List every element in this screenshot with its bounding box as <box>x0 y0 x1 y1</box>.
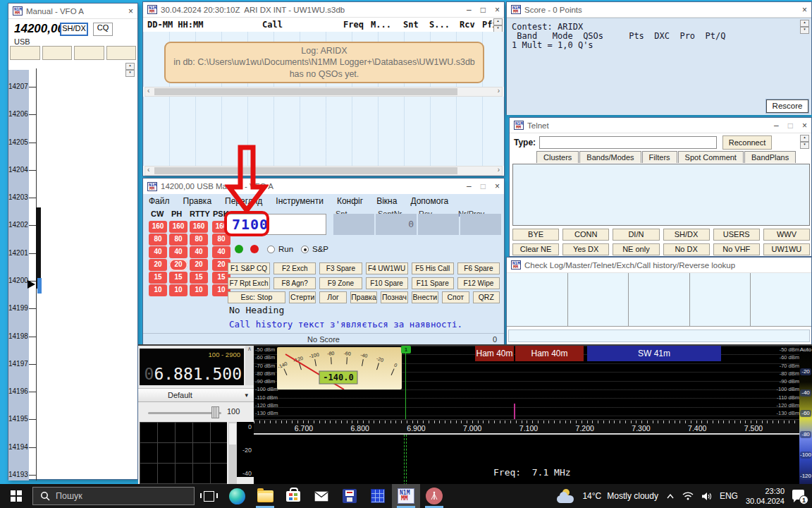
logger-utility-button[interactable] <box>336 484 364 508</box>
band-button[interactable]: 15 <box>190 272 208 284</box>
telnet-tab[interactable]: Bands/Modes <box>579 151 641 163</box>
log-titlebar[interactable]: 30.04.2024 20:30:10Z ARI DX INT - UW1WU.… <box>143 2 504 18</box>
action-button[interactable]: Познач <box>381 291 407 303</box>
telnet-command-button[interactable]: Clear NE <box>512 243 559 255</box>
chevron-down-icon[interactable]: ▾ <box>245 389 248 401</box>
spreadsheet-button[interactable] <box>364 484 392 508</box>
log-column[interactable]: Freq <box>343 20 364 30</box>
action-button[interactable]: Стерти <box>289 291 316 303</box>
score-titlebar[interactable]: Score - 0 Points × <box>507 2 811 18</box>
band-button[interactable]: 15 <box>149 272 167 284</box>
shdx-button[interactable]: SH/DX <box>60 23 88 36</box>
menu-item[interactable]: Інструменти <box>276 196 324 206</box>
rescore-button[interactable]: Rescore <box>766 99 808 113</box>
telnet-command-button[interactable]: USERS <box>713 229 760 241</box>
telnet-tab[interactable]: Clusters <box>536 151 579 163</box>
telnet-command-button[interactable]: Yes DX <box>562 243 609 255</box>
n1mm-logger-button[interactable] <box>392 484 420 508</box>
scroll-left-icon[interactable]: ‹ <box>147 166 149 174</box>
menu-item[interactable]: Конфіг <box>337 196 363 206</box>
action-button[interactable]: Лог <box>319 291 346 303</box>
log-column[interactable]: S... <box>429 20 450 30</box>
function-key-button[interactable]: F4 UW1WU <box>366 262 408 274</box>
entry-titlebar[interactable]: 14200,00 USB Manual - VFO A – □ × <box>143 179 504 194</box>
band-button[interactable]: 10 <box>190 284 208 296</box>
search-box[interactable]: Пошук <box>32 487 195 505</box>
maximize-icon[interactable]: □ <box>481 179 486 193</box>
telnet-tab[interactable]: BandPlans <box>744 151 796 163</box>
store-button[interactable] <box>279 484 307 508</box>
cq-button[interactable]: CQ <box>93 23 113 36</box>
close-icon[interactable]: × <box>495 179 500 193</box>
palette-auto-label[interactable]: Auto <box>799 346 812 353</box>
scroll-right-icon[interactable]: › <box>498 166 500 174</box>
spin-down-icon[interactable]: ▾ <box>800 142 809 149</box>
weather-widget[interactable]: 14°C Mostly cloudy <box>557 489 658 503</box>
waterfall-palette-bar[interactable]: Auto -20-40-60-80-100-120 <box>799 346 812 485</box>
band-button[interactable]: 20 <box>149 259 167 271</box>
preset-dropdown[interactable]: Default ▾ <box>138 388 254 402</box>
function-key-button[interactable]: F8 Agn? <box>273 277 316 289</box>
action-button[interactable]: Esc: Stop <box>228 291 285 303</box>
scope-scrollbar[interactable] <box>228 422 237 484</box>
function-key-button[interactable]: F7 Rpt Exch <box>228 277 270 289</box>
sdr-app-button[interactable] <box>420 484 448 508</box>
bandmap-zoom-spinner[interactable]: ▴ ▾ <box>125 63 135 77</box>
telnet-command-button[interactable]: CONN <box>562 229 609 241</box>
menu-item[interactable]: Правка <box>183 196 212 206</box>
bandmap-zoom-bar[interactable] <box>36 207 41 289</box>
action-button[interactable]: Спот <box>442 291 469 303</box>
frequency-ruler[interactable]: 6.7006.8006.9007.0007.1007.2007.3007.400… <box>254 419 812 433</box>
telnet-command-button[interactable]: No VHF <box>713 243 760 255</box>
function-key-button[interactable]: F6 Spare <box>457 262 500 274</box>
wifi-icon[interactable] <box>682 492 694 500</box>
function-key-button[interactable]: F2 Exch <box>273 262 316 274</box>
spin-up-icon[interactable]: ▴ <box>493 18 503 25</box>
log-column[interactable]: M... <box>371 20 391 30</box>
telnet-command-button[interactable]: WWV <box>763 229 810 241</box>
log-scrollbar-bottom[interactable]: ‹ › <box>144 166 503 176</box>
check-titlebar[interactable]: Check Log/Master/Telnet/Exch/Call histor… <box>507 258 811 273</box>
sp-radio[interactable] <box>301 246 309 253</box>
scrollbar-thumb[interactable] <box>154 167 457 174</box>
band-segment-ham40[interactable]: Ham 40m <box>475 346 514 361</box>
function-key-button[interactable]: F9 Zone <box>319 277 362 289</box>
telnet-command-button[interactable]: No DX <box>663 243 710 255</box>
telnet-output-list[interactable] <box>512 164 810 226</box>
file-explorer-button[interactable] <box>251 484 279 508</box>
tuning-marker[interactable]: 1 <box>401 346 411 353</box>
minimize-icon[interactable]: – <box>774 119 779 133</box>
log-column[interactable]: DD-MM HH:MM <box>147 20 203 30</box>
function-key-button[interactable]: F1 S&P CQ <box>228 262 270 274</box>
log-column[interactable]: Snt <box>403 20 419 30</box>
band-button[interactable]: 40 <box>149 246 167 258</box>
band-button[interactable]: 10 <box>169 284 187 296</box>
sdr-panel-scrollbar[interactable]: ∧ <box>245 346 254 385</box>
close-icon[interactable]: × <box>802 119 807 133</box>
function-key-button[interactable]: F11 Spare <box>412 277 454 289</box>
clock[interactable]: 23:30 30.04.2024 <box>746 486 785 507</box>
telnet-titlebar[interactable]: Telnet – □ × <box>510 118 811 133</box>
band-segment-sw41[interactable]: SW 41m <box>587 346 721 361</box>
telnet-tab[interactable]: Filters <box>642 151 677 163</box>
sdr-frequency-display[interactable]: 100 - 2900 06.881.500 <box>140 349 244 385</box>
task-view-button[interactable] <box>195 484 223 508</box>
minimize-icon[interactable]: – <box>467 3 472 17</box>
band-button[interactable]: 20 <box>169 259 187 271</box>
function-key-button[interactable]: F5 His Call <box>412 262 454 274</box>
function-key-button[interactable]: F10 Spare <box>366 277 408 289</box>
spectrum-display[interactable]: -50 dBm-60 dBm-70 dBm-80 dBm-90 dBm-100 … <box>254 346 812 485</box>
scroll-right-icon[interactable]: › <box>498 87 500 95</box>
score-spinner[interactable]: ▴ ▾ <box>800 20 809 34</box>
close-icon[interactable]: × <box>802 3 807 17</box>
telnet-command-button[interactable]: BYE <box>512 229 559 241</box>
scrollbar-thumb[interactable] <box>154 88 457 95</box>
spin-down-icon[interactable]: ▾ <box>125 70 135 77</box>
bandmap-scroll-thumb[interactable] <box>37 278 42 294</box>
spin-up-icon[interactable]: ▴ <box>800 20 809 27</box>
band-button[interactable]: 10 <box>149 284 167 296</box>
log-spinner[interactable]: ▴ ▾ <box>493 18 503 32</box>
volume-slider-thumb[interactable] <box>211 406 219 418</box>
band-button[interactable]: 80 <box>149 234 167 246</box>
band-button[interactable]: 80 <box>190 234 208 246</box>
